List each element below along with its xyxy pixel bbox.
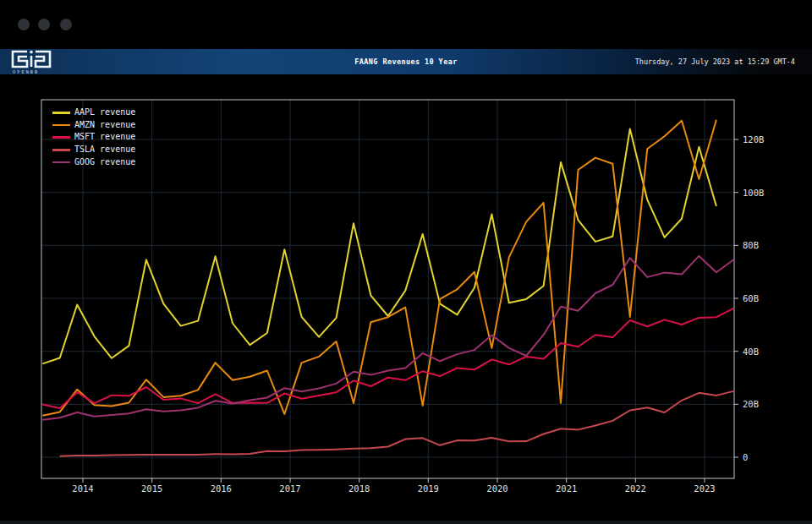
x-tick-label: 2020 (486, 483, 508, 494)
x-tick-label: 2017 (279, 483, 300, 494)
app-window: OPENBB FAANG Revenues 10 Year Thursday, … (0, 0, 812, 524)
x-tick-label: 2019 (418, 483, 439, 494)
legend-label: AMZN revenue (74, 119, 135, 132)
y-tick-label: 100B (743, 188, 764, 198)
window-bottom-edge (0, 521, 812, 524)
legend-label: TSLA revenue (74, 144, 135, 156)
x-tick-label: 2021 (556, 483, 577, 494)
legend-line-swatch (52, 161, 70, 164)
x-tick-label: 2018 (348, 483, 370, 494)
legend-line-swatch (52, 112, 70, 114)
series-line-amzn[interactable] (42, 120, 716, 416)
legend-item[interactable]: AMZN revenue (52, 119, 135, 132)
legend-item[interactable]: MSFT revenue (52, 131, 135, 144)
legend-line-swatch (52, 136, 70, 139)
legend-label: GOOG revenue (74, 156, 135, 169)
legend-item[interactable]: TSLA revenue (52, 144, 135, 156)
legend-line-swatch (52, 149, 70, 151)
x-tick-label: 2015 (141, 483, 162, 494)
chart-svg[interactable]: 2014201520162017201820192020202120222023… (0, 0, 812, 524)
series-line-tsla[interactable] (60, 391, 734, 456)
legend-item[interactable]: AAPL revenue (52, 106, 135, 119)
x-tick-label: 2014 (72, 483, 93, 494)
y-tick-label: 40B (743, 347, 759, 357)
series-line-msft[interactable] (42, 308, 733, 408)
legend-line-swatch (52, 124, 70, 127)
plot-border (41, 100, 734, 478)
chart-legend: AAPL revenue AMZN revenue MSFT revenue T… (52, 106, 135, 168)
legend-label: MSFT revenue (74, 131, 135, 144)
x-tick-label: 2022 (625, 483, 646, 494)
x-tick-label: 2023 (694, 483, 715, 494)
y-tick-label: 60B (743, 293, 759, 303)
legend-item[interactable]: GOOG revenue (52, 156, 135, 169)
y-tick-label: 80B (743, 240, 759, 250)
y-tick-label: 20B (743, 399, 759, 409)
y-tick-label: 120B (743, 134, 764, 145)
series-line-goog[interactable] (42, 256, 733, 420)
y-tick-label: 0 (743, 452, 748, 462)
legend-label: AAPL revenue (74, 106, 135, 119)
x-tick-label: 2016 (211, 483, 232, 494)
series-line-aapl[interactable] (42, 129, 716, 364)
